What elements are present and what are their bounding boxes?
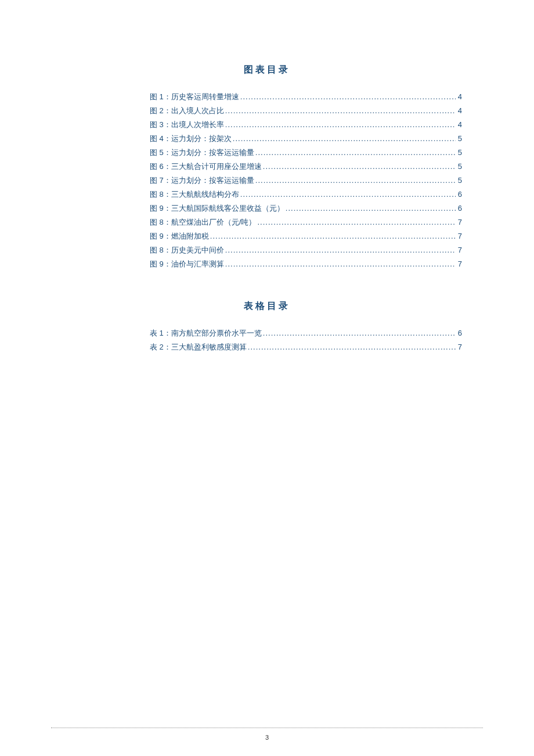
toc-leader: [255, 174, 456, 188]
toc-leader: [263, 326, 456, 340]
toc-leader: [233, 132, 456, 146]
toc-entry-label: 图 8：航空煤油出厂价（元/吨）: [150, 215, 256, 229]
toc-entry: 图 5：运力划分：按客运运输量 5: [150, 146, 462, 160]
toc-entry-label: 图 4：运力划分：按架次: [150, 132, 232, 146]
toc-entry-label: 图 9：燃油附加税: [150, 229, 209, 243]
toc-entry-page: 7: [457, 340, 462, 354]
tables-toc-title: 表格目录: [72, 300, 462, 312]
toc-leader: [225, 104, 456, 118]
toc-leader: [263, 160, 456, 174]
toc-entry: 图 6：三大航合计可用座公里增速 5: [150, 160, 462, 174]
toc-entry-page: 4: [457, 118, 462, 132]
toc-leader: [257, 215, 455, 229]
toc-entry-label: 图 6：三大航合计可用座公里增速: [150, 160, 262, 174]
toc-entry: 图 9：燃油附加税 7: [150, 229, 462, 243]
toc-entry: 图 2：出入境人次占比 4: [150, 104, 462, 118]
toc-leader: [225, 118, 456, 132]
toc-entry-page: 6: [457, 188, 462, 201]
toc-leader: [225, 243, 456, 257]
toc-leader: [240, 188, 456, 201]
toc-entry-page: 4: [457, 104, 462, 118]
toc-entry-page: 7: [457, 215, 462, 229]
page-number: 3: [265, 734, 269, 741]
toc-entry: 图 4：运力划分：按架次 5: [150, 132, 462, 146]
figures-toc-title: 图表目录: [72, 64, 462, 76]
toc-entry-label: 图 9：油价与汇率测算: [150, 257, 224, 271]
toc-entry-label: 图 8：历史美元中间价: [150, 243, 224, 257]
figures-toc-section: 图表目录 图 1：历史客运周转量增速 4 图 2：出入境人次占比 4 图 3：出…: [150, 64, 462, 271]
page-container: 图表目录 图 1：历史客运周转量增速 4 图 2：出入境人次占比 4 图 3：出…: [0, 0, 534, 354]
toc-leader: [255, 146, 456, 160]
toc-leader: [286, 201, 456, 215]
toc-entry: 图 8：三大航航线结构分布 6: [150, 188, 462, 201]
toc-entry: 图 1：历史客运周转量增速 4: [150, 90, 462, 104]
toc-entry-page: 7: [457, 243, 462, 257]
toc-entry: 表 2：三大航盈利敏感度测算 7: [150, 340, 462, 354]
toc-entry-page: 6: [457, 201, 462, 215]
toc-entry-label: 图 5：运力划分：按客运运输量: [150, 146, 254, 160]
toc-entry: 图 8：航空煤油出厂价（元/吨） 7: [150, 215, 462, 229]
toc-entry-label: 图 1：历史客运周转量增速: [150, 90, 239, 104]
toc-entry-page: 4: [457, 90, 462, 104]
toc-leader: [225, 257, 456, 271]
toc-entry-label: 图 9：三大航国际航线客公里收益（元）: [150, 201, 284, 215]
toc-entry-page: 5: [457, 146, 462, 160]
toc-entry-label: 图 3：出境人次增长率: [150, 118, 224, 132]
toc-entry: 图 3：出境人次增长率 4: [150, 118, 462, 132]
toc-entry: 图 7：运力划分：按客运运输量 5: [150, 174, 462, 188]
toc-entry-page: 5: [457, 160, 462, 174]
toc-entry-page: 5: [457, 174, 462, 188]
toc-entry-label: 表 2：三大航盈利敏感度测算: [150, 340, 247, 354]
toc-entry: 表 1：南方航空部分票价水平一览 6: [150, 326, 462, 340]
toc-entry-page: 7: [457, 257, 462, 271]
toc-leader: [210, 229, 456, 243]
toc-entry-label: 表 1：南方航空部分票价水平一览: [150, 326, 262, 340]
toc-entry-label: 图 2：出入境人次占比: [150, 104, 224, 118]
toc-leader: [240, 90, 456, 104]
toc-entry: 图 8：历史美元中间价 7: [150, 243, 462, 257]
toc-entry-page: 7: [457, 229, 462, 243]
toc-entry: 图 9：油价与汇率测算 7: [150, 257, 462, 271]
toc-entry-page: 5: [457, 132, 462, 146]
toc-entry-label: 图 7：运力划分：按客运运输量: [150, 174, 254, 188]
page-footer: 3: [51, 728, 483, 742]
toc-leader: [248, 340, 456, 354]
toc-entry: 图 9：三大航国际航线客公里收益（元） 6: [150, 201, 462, 215]
toc-entry-page: 6: [457, 326, 462, 340]
toc-entry-label: 图 8：三大航航线结构分布: [150, 188, 239, 201]
tables-toc-section: 表格目录 表 1：南方航空部分票价水平一览 6 表 2：三大航盈利敏感度测算 7: [150, 300, 462, 354]
